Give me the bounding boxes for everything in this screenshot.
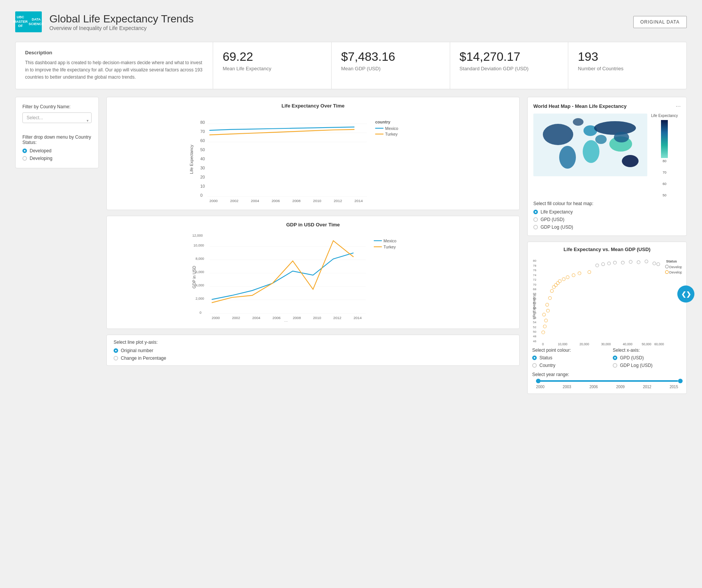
svg-text:2008: 2008 <box>292 198 300 202</box>
fill-gpd-usd[interactable]: GPD (USD) <box>533 217 681 222</box>
fill-life-exp-dot <box>533 210 538 214</box>
x-axis-col: Select x-axis: GPD (USD) GDP Log (USD) <box>613 348 682 368</box>
svg-text:2000: 2000 <box>212 315 220 319</box>
svg-text:60: 60 <box>200 138 205 142</box>
svg-text:68: 68 <box>533 288 536 291</box>
description-card: Description This dashboard app is create… <box>16 42 213 89</box>
svg-point-56 <box>543 124 573 145</box>
svg-text:78: 78 <box>533 264 536 267</box>
country-select-wrapper[interactable]: Select... <box>22 112 92 129</box>
svg-text:76: 76 <box>533 269 536 272</box>
original-data-button[interactable]: ORIGINAL DATA <box>633 16 687 28</box>
svg-point-106 <box>566 275 569 278</box>
svg-point-95 <box>544 319 547 322</box>
nav-arrow[interactable]: ❮❯ <box>677 286 694 303</box>
svg-point-93 <box>542 330 545 334</box>
svg-text:10: 10 <box>200 183 205 188</box>
map-legend: Life Expectancy 80 70 60 50 <box>651 114 678 197</box>
slider-track[interactable] <box>536 380 678 382</box>
fill-life-exp[interactable]: Life Expectancy <box>533 209 681 215</box>
mean-gdp-card: $7,483.16 Mean GDP (USD) <box>332 42 450 89</box>
svg-text:70: 70 <box>200 129 205 133</box>
life-exp-chart-svg: 0 10 20 30 40 50 60 70 80 Life Expectanc… <box>112 112 514 203</box>
mean-gdp-value: $7,483.16 <box>341 50 440 64</box>
point-colour-group: Status Country <box>532 355 601 368</box>
svg-point-64 <box>622 155 639 167</box>
svg-text:2,000: 2,000 <box>196 297 204 300</box>
slider-thumb-left[interactable] <box>536 379 541 383</box>
svg-text:80: 80 <box>200 120 205 124</box>
svg-text:72: 72 <box>533 278 536 281</box>
svg-text:2004: 2004 <box>252 315 261 319</box>
svg-text:12,000: 12,000 <box>192 234 203 237</box>
svg-point-65 <box>573 118 583 126</box>
svg-point-97 <box>546 309 549 312</box>
svg-text:2004: 2004 <box>251 198 259 202</box>
life-exp-chart-title: Life Expectancy Over Time <box>112 103 514 109</box>
svg-point-96 <box>542 313 545 316</box>
svg-text:Developed: Developed <box>669 265 682 269</box>
svg-point-116 <box>637 261 640 264</box>
svg-point-118 <box>653 262 656 265</box>
svg-text:Life Expectancy: Life Expectancy <box>532 294 536 319</box>
scatter-title: Life Expectancy vs. Mean GDP (USD) <box>532 247 682 252</box>
life-exp-chart-container: Life Expectancy Over Time 0 10 20 30 40 … <box>106 97 520 210</box>
svg-point-117 <box>645 260 648 263</box>
svg-text:30: 30 <box>200 165 205 170</box>
svg-text:2006: 2006 <box>272 198 280 202</box>
svg-text:Mexico: Mexico <box>385 126 398 131</box>
original-label: Original number <box>121 348 153 353</box>
std-gdp-card: $14,270.17 Standard Deviation GDP (USD) <box>450 42 569 89</box>
svg-text:50,000: 50,000 <box>642 342 651 346</box>
svg-text:20: 20 <box>200 174 205 179</box>
x-gdp-log[interactable]: GDP Log (USD) <box>613 363 682 368</box>
gdp-chart-container: GDP in USD Over Time 0 2,000 4,000 6,000… <box>106 216 520 329</box>
status-developing[interactable]: Developing <box>22 156 92 161</box>
developing-radio-dot <box>22 156 27 161</box>
svg-point-57 <box>559 146 576 169</box>
svg-text:10,000: 10,000 <box>558 342 568 346</box>
year-range-label: Select year range: <box>532 372 682 377</box>
num-countries-value: 193 <box>578 50 677 64</box>
fill-options: Select fill colour for heat map: Life Ex… <box>533 201 681 230</box>
country-status-radio-group: Developed Developing <box>22 148 92 161</box>
svg-text:Year: Year <box>285 321 293 322</box>
mean-gdp-label: Mean GDP (USD) <box>341 66 440 71</box>
country-select[interactable]: Select... <box>22 112 92 123</box>
center-panel: Life Expectancy Over Time 0 10 20 30 40 … <box>106 97 520 398</box>
svg-text:0: 0 <box>199 310 201 314</box>
svg-text:Turkey: Turkey <box>384 244 396 249</box>
slider-labels: 2000 2003 2006 2009 2012 2015 <box>536 385 678 389</box>
point-country[interactable]: Country <box>532 363 601 368</box>
svg-point-112 <box>607 262 610 265</box>
option-original[interactable]: Original number <box>114 348 512 353</box>
svg-point-114 <box>621 261 624 264</box>
svg-text:0: 0 <box>200 193 202 197</box>
developing-label: Developing <box>30 156 52 161</box>
map-legend-gradient <box>661 120 668 158</box>
svg-text:country: country <box>375 119 391 124</box>
svg-point-98 <box>545 303 549 306</box>
status-developed[interactable]: Developed <box>22 148 92 153</box>
page-subtitle: Overview of Inequality of Life Expectanc… <box>49 25 194 31</box>
x-gpd-usd[interactable]: GPD (USD) <box>613 355 682 360</box>
x-gpd-dot <box>613 356 617 360</box>
svg-text:20,000: 20,000 <box>579 342 589 346</box>
fill-gdp-log-dot <box>533 225 538 229</box>
x-axis-group: GPD (USD) GDP Log (USD) <box>613 355 682 368</box>
svg-point-109 <box>588 270 591 273</box>
mean-life-value: 69.22 <box>223 50 322 64</box>
svg-text:54: 54 <box>533 321 536 324</box>
map-header: World Heat Map - Mean Life Expectancy ··… <box>533 103 681 110</box>
mean-life-card: 69.22 Mean Life Expectancy <box>213 42 332 89</box>
x-gdp-log-dot <box>613 363 617 368</box>
point-status[interactable]: Status <box>532 355 601 360</box>
scatter-container: Life Expectancy vs. Mean GDP (USD) 46 48… <box>527 242 687 394</box>
map-menu-icon[interactable]: ··· <box>676 103 681 110</box>
svg-text:2014: 2014 <box>354 315 362 319</box>
svg-point-100 <box>550 289 553 292</box>
option-percentage[interactable]: Change in Percentage <box>114 356 512 361</box>
fill-gdp-log[interactable]: GDP Log (USD) <box>533 224 681 230</box>
slider-thumb-right[interactable] <box>678 379 683 383</box>
svg-text:8,000: 8,000 <box>196 256 204 260</box>
